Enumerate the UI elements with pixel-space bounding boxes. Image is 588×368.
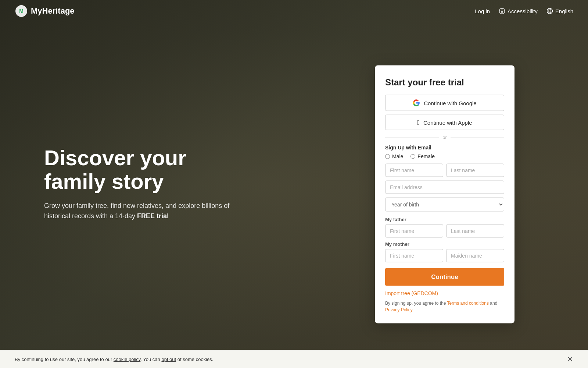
myheritage-logo-icon: M	[15, 4, 28, 18]
mother-label: My mother	[385, 241, 504, 247]
cookie-policy-link[interactable]: cookie policy	[114, 357, 140, 362]
apple-icon: 	[417, 119, 420, 126]
google-signin-button[interactable]: Continue with Google	[385, 95, 504, 111]
email-input[interactable]	[385, 181, 504, 194]
father-name-row	[385, 224, 504, 238]
google-icon	[413, 99, 420, 107]
signup-email-label: Sign Up with Email	[385, 145, 504, 151]
apple-signin-button[interactable]:  Continue with Apple	[385, 115, 504, 130]
gender-female-radio[interactable]	[410, 154, 415, 159]
or-divider: or	[385, 135, 504, 140]
opt-out-link[interactable]: opt out	[161, 357, 176, 362]
globe-icon	[546, 8, 553, 14]
father-last-name-input[interactable]	[446, 224, 504, 238]
cookie-bar: By continuing to use our site, you agree…	[0, 350, 588, 368]
nav-right: Log in Accessibility English	[475, 8, 573, 14]
last-name-input[interactable]	[446, 164, 504, 177]
name-fields-row	[385, 164, 504, 177]
gender-male-radio[interactable]	[385, 154, 390, 159]
hero-title: Discover your family story	[44, 146, 235, 193]
privacy-policy-link[interactable]: Privacy Policy	[385, 307, 412, 312]
svg-point-3	[502, 10, 503, 11]
divider-line-right	[451, 137, 504, 138]
cookie-close-button[interactable]: ✕	[567, 355, 573, 363]
gender-female-option[interactable]: Female	[410, 153, 435, 159]
gender-male-option[interactable]: Male	[385, 153, 403, 159]
accessibility-icon	[499, 8, 505, 14]
accessibility-link[interactable]: Accessibility	[499, 8, 538, 14]
svg-point-2	[499, 8, 505, 14]
hero-subtitle: Grow your family tree, find new relative…	[44, 201, 235, 222]
continue-button[interactable]: Continue	[385, 268, 504, 286]
login-link[interactable]: Log in	[475, 8, 490, 14]
language-link[interactable]: English	[546, 8, 573, 14]
import-tree-link[interactable]: Import tree (GEDCOM)	[385, 290, 504, 296]
cookie-text: By continuing to use our site, you agree…	[15, 357, 213, 362]
logo[interactable]: M MyHeritage	[15, 4, 75, 18]
terms-link[interactable]: Terms and conditions	[447, 301, 489, 306]
father-first-name-input[interactable]	[385, 224, 443, 238]
gender-selector: Male Female	[385, 153, 504, 159]
mother-maiden-name-input[interactable]	[446, 249, 504, 262]
father-label: My father	[385, 217, 504, 222]
logo-text: MyHeritage	[31, 6, 75, 16]
hero-section: Discover your family story Grow your fam…	[44, 146, 235, 222]
top-navigation: M MyHeritage Log in Accessibility Englis…	[0, 0, 588, 22]
mother-first-name-input[interactable]	[385, 249, 443, 262]
signup-card: Start your free trial Continue with Goog…	[375, 66, 514, 323]
svg-text:M: M	[19, 8, 24, 14]
divider-line-left	[385, 137, 439, 138]
terms-text: By signing up, you agree to the Terms an…	[385, 300, 504, 313]
year-of-birth-select[interactable]: Year of birth 2000 1990 1980 1970	[385, 198, 504, 212]
mother-name-row	[385, 249, 504, 262]
first-name-input[interactable]	[385, 164, 443, 177]
card-title: Start your free trial	[385, 77, 504, 88]
